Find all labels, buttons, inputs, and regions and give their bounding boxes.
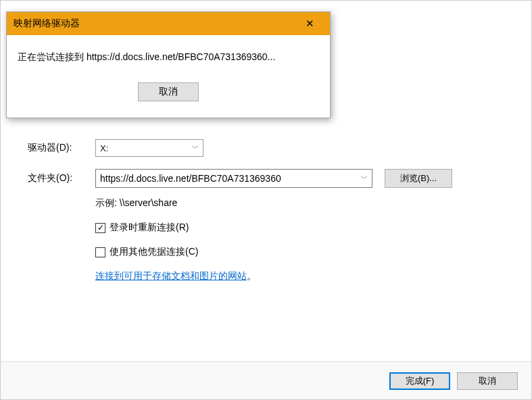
link-period: 。	[247, 270, 256, 281]
website-link-row: 连接到可用于存储文档和图片的网站。	[95, 270, 504, 282]
close-icon[interactable]: ✕	[296, 16, 323, 32]
progress-cancel-button[interactable]: 取消	[138, 82, 199, 101]
progress-title: 映射网络驱动器	[14, 18, 80, 30]
folder-combobox[interactable]: https://d.docs.live.net/BFBC70A731369360…	[95, 169, 372, 188]
reconnect-label: 登录时重新连接(R)	[110, 222, 189, 234]
finish-button[interactable]: 完成(F)	[389, 372, 450, 390]
drive-label: 驱动器(D):	[28, 142, 95, 154]
folder-label: 文件夹(O):	[28, 172, 95, 184]
options-block: 示例: \\server\share ✓ 登录时重新连接(R) 使用其他凭据连接…	[95, 197, 504, 282]
wizard-footer: 完成(F) 取消	[1, 361, 531, 399]
credentials-checkbox-row[interactable]: 使用其他凭据连接(C)	[95, 246, 504, 258]
connect-website-link[interactable]: 连接到可用于存储文档和图片的网站	[95, 270, 247, 281]
example-text: 示例: \\server\share	[95, 197, 504, 209]
credentials-label: 使用其他凭据连接(C)	[110, 246, 198, 258]
progress-button-row: 取消	[18, 82, 319, 101]
browse-button[interactable]: 浏览(B)...	[385, 169, 452, 188]
chevron-down-icon: ﹀	[361, 174, 368, 183]
drive-row: 驱动器(D): X: ﹀	[28, 139, 504, 157]
progress-content: 正在尝试连接到 https://d.docs.live.net/BFBC70A7…	[7, 35, 330, 118]
cancel-button[interactable]: 取消	[457, 372, 518, 390]
chevron-down-icon: ﹀	[192, 143, 199, 153]
drive-select[interactable]: X: ﹀	[95, 139, 203, 157]
folder-row: 文件夹(O): https://d.docs.live.net/BFBC70A7…	[28, 169, 504, 188]
folder-value: https://d.docs.live.net/BFBC70A731369360	[100, 173, 281, 184]
progress-message: 正在尝试连接到 https://d.docs.live.net/BFBC70A7…	[18, 51, 319, 64]
reconnect-checkbox-row[interactable]: ✓ 登录时重新连接(R)	[95, 222, 504, 234]
progress-titlebar: 映射网络驱动器 ✕	[7, 12, 330, 35]
connecting-progress-dialog: 映射网络驱动器 ✕ 正在尝试连接到 https://d.docs.live.ne…	[6, 11, 331, 118]
drive-value: X:	[100, 143, 108, 153]
reconnect-checkbox[interactable]: ✓	[95, 223, 105, 233]
credentials-checkbox[interactable]	[95, 247, 105, 257]
